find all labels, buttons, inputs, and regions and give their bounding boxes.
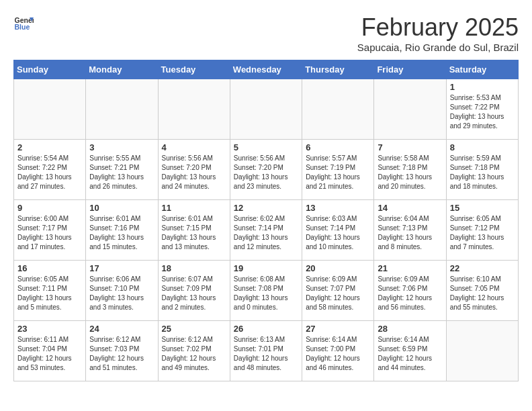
week-row-3: 9Sunrise: 6:00 AM Sunset: 7:17 PM Daylig… — [14, 200, 519, 261]
day-info: Sunrise: 5:54 AM Sunset: 7:22 PM Dayligh… — [17, 154, 82, 191]
calendar-cell: 24Sunrise: 6:12 AM Sunset: 7:03 PM Dayli… — [86, 321, 158, 381]
day-number: 23 — [17, 324, 82, 334]
day-number: 22 — [450, 263, 515, 273]
calendar-cell: 10Sunrise: 6:01 AM Sunset: 7:16 PM Dayli… — [86, 200, 158, 261]
day-info: Sunrise: 6:08 AM Sunset: 7:08 PM Dayligh… — [234, 275, 298, 312]
day-info: Sunrise: 6:09 AM Sunset: 7:07 PM Dayligh… — [306, 275, 370, 312]
location-subtitle: Sapucaia, Rio Grande do Sul, Brazil — [357, 42, 519, 53]
day-number: 19 — [234, 263, 298, 273]
day-number: 12 — [234, 203, 298, 213]
day-info: Sunrise: 6:00 AM Sunset: 7:17 PM Dayligh… — [17, 214, 82, 252]
calendar-cell: 13Sunrise: 6:03 AM Sunset: 7:14 PM Dayli… — [302, 200, 374, 261]
calendar-cell: 9Sunrise: 6:00 AM Sunset: 7:17 PM Daylig… — [14, 200, 86, 261]
day-header-saturday: Saturday — [446, 60, 518, 79]
day-info: Sunrise: 6:11 AM Sunset: 7:04 PM Dayligh… — [17, 335, 82, 373]
page-header: General Blue February 2025 Sapucaia, Rio… — [13, 13, 519, 53]
day-info: Sunrise: 6:12 AM Sunset: 7:03 PM Dayligh… — [89, 335, 154, 373]
calendar-cell: 16Sunrise: 6:05 AM Sunset: 7:11 PM Dayli… — [14, 261, 86, 321]
day-info: Sunrise: 5:57 AM Sunset: 7:19 PM Dayligh… — [306, 154, 370, 191]
day-info: Sunrise: 6:05 AM Sunset: 7:11 PM Dayligh… — [17, 275, 82, 312]
calendar-cell: 2Sunrise: 5:54 AM Sunset: 7:22 PM Daylig… — [14, 140, 86, 200]
day-number: 24 — [89, 324, 154, 334]
calendar-cell — [158, 79, 230, 140]
calendar-cell: 14Sunrise: 6:04 AM Sunset: 7:13 PM Dayli… — [374, 200, 446, 261]
week-row-4: 16Sunrise: 6:05 AM Sunset: 7:11 PM Dayli… — [14, 261, 519, 321]
day-number: 25 — [162, 324, 226, 334]
calendar-cell: 1Sunrise: 5:53 AM Sunset: 7:22 PM Daylig… — [446, 79, 518, 140]
day-number: 20 — [306, 263, 370, 273]
calendar-table: SundayMondayTuesdayWednesdayThursdayFrid… — [13, 60, 519, 381]
day-number: 13 — [306, 203, 370, 213]
calendar-cell — [374, 79, 446, 140]
day-number: 2 — [17, 142, 82, 152]
day-number: 11 — [162, 203, 226, 213]
day-info: Sunrise: 6:09 AM Sunset: 7:06 PM Dayligh… — [378, 275, 442, 312]
day-number: 1 — [450, 82, 515, 92]
day-info: Sunrise: 6:02 AM Sunset: 7:14 PM Dayligh… — [234, 214, 298, 252]
calendar-cell — [86, 79, 158, 140]
calendar-cell: 4Sunrise: 5:56 AM Sunset: 7:20 PM Daylig… — [158, 140, 230, 200]
day-info: Sunrise: 6:01 AM Sunset: 7:15 PM Dayligh… — [162, 214, 226, 252]
calendar-cell: 19Sunrise: 6:08 AM Sunset: 7:08 PM Dayli… — [230, 261, 302, 321]
calendar-cell: 18Sunrise: 6:07 AM Sunset: 7:09 PM Dayli… — [158, 261, 230, 321]
calendar-cell: 8Sunrise: 5:59 AM Sunset: 7:18 PM Daylig… — [446, 140, 518, 200]
day-number: 15 — [450, 203, 515, 213]
day-info: Sunrise: 6:14 AM Sunset: 7:00 PM Dayligh… — [306, 335, 370, 373]
day-number: 5 — [234, 142, 298, 152]
day-number: 8 — [450, 142, 515, 152]
calendar-cell: 6Sunrise: 5:57 AM Sunset: 7:19 PM Daylig… — [302, 140, 374, 200]
calendar-cell: 23Sunrise: 6:11 AM Sunset: 7:04 PM Dayli… — [14, 321, 86, 381]
calendar-cell: 28Sunrise: 6:14 AM Sunset: 6:59 PM Dayli… — [374, 321, 446, 381]
calendar-cell — [302, 79, 374, 140]
day-info: Sunrise: 6:14 AM Sunset: 6:59 PM Dayligh… — [378, 335, 442, 373]
logo: General Blue — [13, 13, 34, 34]
day-info: Sunrise: 5:56 AM Sunset: 7:20 PM Dayligh… — [162, 154, 226, 191]
week-row-2: 2Sunrise: 5:54 AM Sunset: 7:22 PM Daylig… — [14, 140, 519, 200]
day-header-tuesday: Tuesday — [158, 60, 230, 79]
day-info: Sunrise: 6:07 AM Sunset: 7:09 PM Dayligh… — [162, 275, 226, 312]
calendar-cell: 15Sunrise: 6:05 AM Sunset: 7:12 PM Dayli… — [446, 200, 518, 261]
day-info: Sunrise: 6:05 AM Sunset: 7:12 PM Dayligh… — [450, 214, 515, 252]
day-number: 17 — [89, 263, 154, 273]
day-info: Sunrise: 6:04 AM Sunset: 7:13 PM Dayligh… — [378, 214, 442, 252]
day-number: 18 — [162, 263, 226, 273]
day-number: 7 — [378, 142, 442, 152]
calendar-cell: 5Sunrise: 5:56 AM Sunset: 7:20 PM Daylig… — [230, 140, 302, 200]
day-info: Sunrise: 6:12 AM Sunset: 7:02 PM Dayligh… — [162, 335, 226, 373]
day-info: Sunrise: 6:10 AM Sunset: 7:05 PM Dayligh… — [450, 275, 515, 312]
day-info: Sunrise: 5:55 AM Sunset: 7:21 PM Dayligh… — [89, 154, 154, 191]
calendar-cell — [14, 79, 86, 140]
day-info: Sunrise: 6:01 AM Sunset: 7:16 PM Dayligh… — [89, 214, 154, 252]
calendar-cell: 3Sunrise: 5:55 AM Sunset: 7:21 PM Daylig… — [86, 140, 158, 200]
day-header-sunday: Sunday — [14, 60, 86, 79]
week-row-1: 1Sunrise: 5:53 AM Sunset: 7:22 PM Daylig… — [14, 79, 519, 140]
calendar-cell: 12Sunrise: 6:02 AM Sunset: 7:14 PM Dayli… — [230, 200, 302, 261]
day-header-wednesday: Wednesday — [230, 60, 302, 79]
day-number: 14 — [378, 203, 442, 213]
day-number: 21 — [378, 263, 442, 273]
calendar-cell: 7Sunrise: 5:58 AM Sunset: 7:18 PM Daylig… — [374, 140, 446, 200]
day-header-friday: Friday — [374, 60, 446, 79]
day-info: Sunrise: 5:59 AM Sunset: 7:18 PM Dayligh… — [450, 154, 515, 191]
day-number: 26 — [234, 324, 298, 334]
calendar-cell — [230, 79, 302, 140]
calendar-cell: 22Sunrise: 6:10 AM Sunset: 7:05 PM Dayli… — [446, 261, 518, 321]
day-number: 10 — [89, 203, 154, 213]
svg-text:Blue: Blue — [15, 23, 30, 31]
calendar-cell: 11Sunrise: 6:01 AM Sunset: 7:15 PM Dayli… — [158, 200, 230, 261]
day-number: 28 — [378, 324, 442, 334]
month-title: February 2025 — [357, 13, 519, 42]
day-number: 9 — [17, 203, 82, 213]
day-info: Sunrise: 6:06 AM Sunset: 7:10 PM Dayligh… — [89, 275, 154, 312]
day-info: Sunrise: 6:13 AM Sunset: 7:01 PM Dayligh… — [234, 335, 298, 373]
day-info: Sunrise: 6:03 AM Sunset: 7:14 PM Dayligh… — [306, 214, 370, 252]
day-info: Sunrise: 5:53 AM Sunset: 7:22 PM Dayligh… — [450, 93, 515, 131]
calendar-cell: 17Sunrise: 6:06 AM Sunset: 7:10 PM Dayli… — [86, 261, 158, 321]
calendar-cell: 20Sunrise: 6:09 AM Sunset: 7:07 PM Dayli… — [302, 261, 374, 321]
day-header-thursday: Thursday — [302, 60, 374, 79]
calendar-cell: 26Sunrise: 6:13 AM Sunset: 7:01 PM Dayli… — [230, 321, 302, 381]
day-number: 3 — [89, 142, 154, 152]
calendar-cell — [446, 321, 518, 381]
day-info: Sunrise: 5:58 AM Sunset: 7:18 PM Dayligh… — [378, 154, 442, 191]
day-number: 4 — [162, 142, 226, 152]
